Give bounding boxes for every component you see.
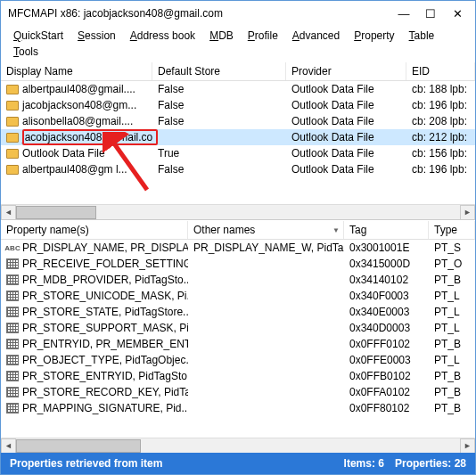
menu-advanced[interactable]: Advanced	[285, 28, 347, 44]
col-type[interactable]: Type	[429, 221, 475, 239]
store-eid: cb: 208 lpb:	[406, 115, 475, 127]
property-row[interactable]: PR_OBJECT_TYPE, PidTagObjec...0x0FFE0003…	[1, 352, 475, 368]
scroll-right-button[interactable]: ►	[460, 205, 475, 220]
binary-type-icon	[6, 403, 19, 414]
scroll-thumb[interactable]	[16, 439, 141, 453]
property-row[interactable]: PR_MDB_PROVIDER, PidTagSto...0x34140102P…	[1, 272, 475, 288]
menu-property[interactable]: Property	[347, 28, 401, 44]
prop-name: PR_STORE_UNICODE_MASK, Pi...	[22, 290, 188, 302]
menu-quickstart[interactable]: QuickStart	[6, 28, 70, 44]
store-provider: Outlook Data File	[286, 99, 406, 111]
store-eid: cb: 188 lpb:	[406, 83, 475, 95]
store-row[interactable]: albertpaul408@gm l...FalseOutlook Data F…	[1, 161, 475, 177]
prop-tag: 0x34140102	[344, 274, 429, 286]
close-button[interactable]: ✕	[445, 4, 470, 22]
properties-grid[interactable]: ABCPR_DISPLAY_NAME, PR_DISPLA...PR_DISPL…	[1, 240, 475, 438]
scroll-track[interactable]	[16, 438, 460, 454]
properties-pane: Property name(s) Other names▼ Tag Type A…	[1, 220, 475, 453]
store-eid: cb: 196 lpb:	[406, 163, 475, 176]
window-controls: — ☐ ✕	[391, 4, 470, 22]
binary-type-icon	[6, 274, 19, 285]
sort-desc-icon: ▼	[332, 226, 340, 234]
maximize-button[interactable]: ☐	[418, 4, 443, 22]
prop-tag: 0x0FFE0003	[344, 354, 429, 366]
prop-other: PR_DISPLAY_NAME_W, PidTagDis...	[188, 242, 344, 254]
binary-type-icon	[6, 339, 19, 349]
store-eid: cb: 212 lpb:	[406, 131, 475, 143]
col-default-store[interactable]: Default Store	[152, 62, 286, 80]
store-default: False	[152, 99, 286, 111]
col-other-names[interactable]: Other names▼	[188, 221, 344, 239]
text-type-icon: ABC	[6, 242, 19, 253]
status-items: Items: 6	[344, 457, 384, 470]
scroll-left-button[interactable]: ◄	[1, 438, 16, 454]
binary-type-icon	[6, 355, 19, 365]
prop-tag: 0x3001001E	[344, 242, 429, 254]
binary-type-icon	[6, 387, 19, 397]
col-property-names[interactable]: Property name(s)	[1, 221, 188, 239]
property-row[interactable]: PR_STORE_ENTRYID, PidTagSto...0x0FFB0102…	[1, 368, 475, 384]
scroll-left-button[interactable]: ◄	[1, 205, 16, 220]
store-row[interactable]: Outlook Data FileTrueOutlook Data Filecb…	[1, 145, 475, 161]
prop-tag: 0x3415000D	[344, 258, 429, 270]
store-name: jacobjackson408@gm...	[22, 99, 136, 111]
prop-tag: 0x0FFB0102	[344, 370, 429, 382]
stores-pane: Display Name Default Store Provider EID …	[1, 61, 475, 220]
minimize-button[interactable]: —	[391, 4, 416, 22]
menu-profile[interactable]: Profile	[241, 28, 285, 44]
statusbar: Properties retrieved from item Items: 6 …	[1, 453, 475, 474]
folder-icon	[6, 149, 19, 159]
binary-type-icon	[6, 307, 19, 317]
store-row[interactable]: albertpaul408@gmail....FalseOutlook Data…	[1, 81, 475, 97]
prop-name: PR_ENTRYID, PR_MEMBER_ENT...	[22, 338, 188, 350]
store-row[interactable]: alisonbella08@gmail....FalseOutlook Data…	[1, 113, 475, 129]
scroll-thumb[interactable]	[16, 206, 96, 219]
property-row[interactable]: PR_STORE_STATE, PidTagStore...0x340E0003…	[1, 304, 475, 320]
menu-mdb[interactable]: MDB	[202, 28, 241, 44]
menu-table[interactable]: Table	[402, 28, 442, 44]
menu-address-book[interactable]: Address book	[123, 28, 202, 44]
store-row[interactable]: jacobjackson408@gm...FalseOutlook Data F…	[1, 97, 475, 113]
prop-tag: 0x0FF80102	[344, 402, 429, 414]
folder-icon	[6, 85, 19, 94]
property-row[interactable]: PR_STORE_RECORD_KEY, PidTa...0x0FFA0102P…	[1, 384, 475, 400]
menubar: QuickStartSessionAddress bookMDBProfileA…	[1, 26, 475, 61]
folder-icon	[6, 165, 19, 175]
col-eid[interactable]: EID	[406, 62, 475, 80]
property-row[interactable]: PR_STORE_UNICODE_MASK, Pi...0x340F0003PT…	[1, 288, 475, 304]
prop-type: PT_S	[429, 242, 475, 254]
titlebar: MFCMAPI x86: jacobjackson408@gmail.com —…	[1, 1, 475, 26]
prop-name: PR_STORE_ENTRYID, PidTagSto...	[22, 370, 188, 382]
binary-type-icon	[6, 371, 19, 381]
binary-type-icon	[6, 258, 19, 269]
top-hscroll[interactable]: ◄ ►	[1, 204, 475, 219]
property-row[interactable]: PR_RECEIVE_FOLDER_SETTINGS...0x3415000DP…	[1, 256, 475, 272]
store-row[interactable]: jacobjackson408@gmail.comOutlook Data Fi…	[1, 129, 475, 145]
prop-tag: 0x340F0003	[344, 290, 429, 302]
prop-type: PT_B	[429, 338, 475, 350]
property-row[interactable]: PR_STORE_SUPPORT_MASK, Pi...0x340D0003PT…	[1, 320, 475, 336]
store-default: False	[152, 115, 286, 127]
stores-grid[interactable]: albertpaul408@gmail....FalseOutlook Data…	[1, 81, 475, 204]
prop-type: PT_B	[429, 386, 475, 398]
prop-type: PT_B	[429, 370, 475, 382]
col-tag[interactable]: Tag	[344, 221, 429, 239]
prop-type: PT_L	[429, 306, 475, 318]
store-name: albertpaul408@gmail....	[22, 83, 135, 95]
stores-header: Display Name Default Store Provider EID	[1, 61, 475, 81]
store-name: jacobjackson408@gmail.com	[22, 131, 152, 143]
prop-name: PR_STORE_SUPPORT_MASK, Pi...	[22, 322, 188, 334]
scroll-track[interactable]	[16, 205, 460, 220]
menu-tools[interactable]: Tools	[6, 44, 45, 60]
folder-icon	[6, 117, 19, 127]
property-row[interactable]: PR_MAPPING_SIGNATURE, Pid...0x0FF80102PT…	[1, 400, 475, 416]
col-display-name[interactable]: Display Name	[1, 62, 152, 80]
property-row[interactable]: PR_ENTRYID, PR_MEMBER_ENT...0x0FFF0102PT…	[1, 336, 475, 352]
prop-name: PR_DISPLAY_NAME, PR_DISPLA...	[22, 242, 188, 254]
store-name: albertpaul408@gm l...	[22, 163, 127, 176]
scroll-right-button[interactable]: ►	[460, 438, 475, 454]
bottom-hscroll[interactable]: ◄ ►	[1, 438, 475, 453]
col-provider[interactable]: Provider	[286, 62, 406, 80]
property-row[interactable]: ABCPR_DISPLAY_NAME, PR_DISPLA...PR_DISPL…	[1, 240, 475, 256]
menu-session[interactable]: Session	[70, 28, 123, 44]
